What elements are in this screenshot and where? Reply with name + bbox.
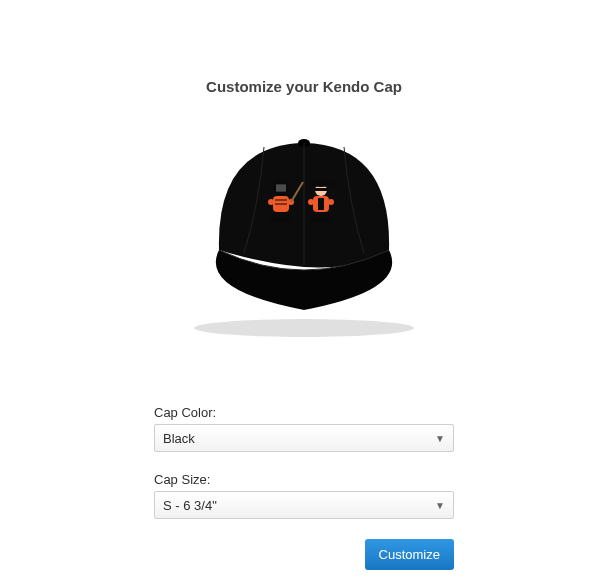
cap-size-label: Cap Size: [154, 472, 454, 487]
product-preview [174, 115, 434, 345]
svg-rect-18 [315, 179, 327, 184]
cap-color-select[interactable]: Black ▼ [154, 424, 454, 452]
page-title: Customize your Kendo Cap [0, 0, 608, 115]
cap-size-value: S - 6 3/4" [163, 498, 435, 513]
cap-color-value: Black [163, 431, 435, 446]
svg-point-20 [328, 199, 334, 205]
svg-point-10 [268, 199, 274, 205]
svg-point-19 [308, 199, 314, 205]
svg-rect-14 [318, 198, 324, 210]
chevron-down-icon: ▼ [435, 433, 445, 444]
cap-image [174, 115, 434, 345]
customize-button[interactable]: Customize [365, 539, 454, 570]
svg-rect-16 [315, 188, 327, 191]
cap-color-label: Cap Color: [154, 405, 454, 420]
customize-form: Cap Color: Black ▼ Cap Size: S - 6 3/4" … [154, 405, 454, 570]
svg-point-0 [194, 319, 414, 337]
cap-size-select[interactable]: S - 6 3/4" ▼ [154, 491, 454, 519]
chevron-down-icon: ▼ [435, 500, 445, 511]
